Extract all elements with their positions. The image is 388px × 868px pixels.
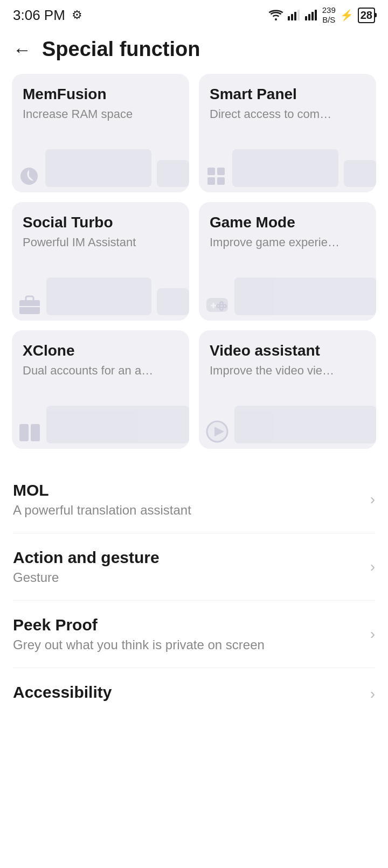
card-xclone-subtitle: Dual accounts for an a… [23,364,178,378]
svg-point-20 [217,305,220,308]
back-button[interactable]: ← [13,40,31,59]
card-screen-sm [344,160,376,187]
card-screen [46,406,189,443]
signal-icon-1 [288,10,301,20]
chevron-icon: › [370,626,375,643]
list-item-action-gesture[interactable]: Action and gesture Gesture › [13,533,375,601]
card-social-turbo-title: Social Turbo [23,214,178,231]
header: ← Special function [0,28,388,74]
grid-icon [205,165,227,187]
list-item-action-gesture-content: Action and gesture Gesture [13,548,370,585]
chevron-icon: › [370,685,375,703]
wifi-icon [268,10,283,20]
card-social-turbo-illustration [18,277,189,315]
chevron-icon: › [370,558,375,575]
card-xclone-illustration [18,406,189,443]
list-item-accessibility-content: Accessibility [13,683,370,705]
card-xclone[interactable]: XClone Dual accounts for an a… [12,330,189,449]
card-screen [234,406,376,443]
card-screen [234,277,376,315]
list-item-accessibility-title: Accessibility [13,683,370,702]
card-social-turbo-subtitle: Powerful IM Assistant [23,235,178,249]
svg-rect-7 [315,10,317,20]
svg-rect-21 [19,424,29,441]
svg-rect-3 [297,10,300,20]
page-title: Special function [42,38,200,61]
card-memfusion[interactable]: MemFusion Increase RAM space [12,74,189,192]
gamepad-icon [205,294,229,315]
svg-rect-0 [288,16,290,20]
network-speed: 239B/S [322,5,336,25]
list-item-mol[interactable]: MOL A powerful translation assistant › [13,466,375,533]
svg-point-18 [224,305,226,308]
svg-point-19 [220,308,223,310]
play-icon [205,420,229,443]
status-bar: 3:06 PM ⚙ 239B/S ⚡ 28 [0,0,388,28]
bolt-icon: ⚡ [340,9,354,22]
svg-rect-8 [207,168,215,175]
card-smart-panel[interactable]: Smart Panel Direct access to com… [199,74,376,192]
briefcase-icon [18,294,41,315]
list-item-peek-proof-title: Peek Proof [13,616,370,634]
card-video-assistant-title: Video assistant [210,342,365,359]
card-screen [45,149,151,187]
svg-rect-5 [308,14,310,20]
columns-icon [18,422,41,443]
battery-indicator: 28 [358,8,375,23]
card-game-mode-subtitle: Improve game experie… [210,235,365,249]
pie-icon [18,165,40,187]
card-video-assistant-subtitle: Improve the video vie… [210,364,365,378]
list-item-mol-title: MOL [13,481,370,499]
svg-rect-6 [311,12,314,20]
card-screen-sm [157,288,189,315]
card-screen-sm [157,160,189,187]
svg-point-17 [220,302,223,305]
list-item-action-gesture-title: Action and gesture [13,548,370,567]
svg-rect-9 [217,168,225,175]
card-video-assistant[interactable]: Video assistant Improve the video vie… [199,330,376,449]
card-game-mode-title: Game Mode [210,214,365,231]
list-item-mol-content: MOL A powerful translation assistant [13,481,370,518]
card-game-mode-illustration [205,277,376,315]
list-item-peek-proof-content: Peek Proof Grey out what you think is pr… [13,616,370,652]
card-xclone-title: XClone [23,342,178,359]
svg-rect-4 [305,16,307,20]
card-screen [232,149,338,187]
card-memfusion-subtitle: Increase RAM space [23,107,178,121]
svg-rect-10 [207,177,215,185]
card-smart-panel-title: Smart Panel [210,86,365,103]
list-item-mol-subtitle: A powerful translation assistant [13,503,370,518]
card-smart-panel-illustration [205,149,376,187]
signal-icon-2 [305,10,318,20]
status-icons: 239B/S ⚡ 28 [268,5,375,25]
card-screen [46,277,151,315]
svg-rect-11 [217,177,225,185]
card-video-assistant-illustration [205,406,376,443]
list-item-peek-proof[interactable]: Peek Proof Grey out what you think is pr… [13,601,375,668]
svg-rect-1 [291,14,293,20]
gear-icon: ⚙ [72,8,82,22]
svg-rect-22 [31,424,40,441]
list-section: MOL A powerful translation assistant › A… [0,466,388,720]
card-memfusion-title: MemFusion [23,86,178,103]
svg-rect-2 [294,12,296,20]
status-time: 3:06 PM [13,7,65,24]
card-game-mode[interactable]: Game Mode Improve game experie… [199,202,376,321]
card-memfusion-illustration [18,149,189,187]
battery-level: 28 [361,9,372,22]
chevron-icon: › [370,491,375,508]
list-item-accessibility[interactable]: Accessibility › [13,668,375,720]
card-social-turbo[interactable]: Social Turbo Powerful IM Assistant [12,202,189,321]
cards-grid: MemFusion Increase RAM space Smart Panel… [0,74,388,466]
list-item-action-gesture-subtitle: Gesture [13,570,370,585]
card-smart-panel-subtitle: Direct access to com… [210,107,365,121]
list-item-peek-proof-subtitle: Grey out what you think is private on sc… [13,637,370,652]
